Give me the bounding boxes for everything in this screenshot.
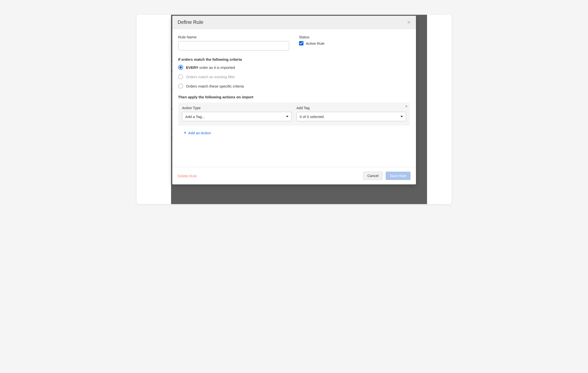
active-rule-row: Active Rule [299, 41, 410, 45]
modal-body: Rule Name Status Active Rule If order [172, 29, 416, 137]
add-action-label: Add an Action [188, 131, 211, 135]
criteria-radio-group: EVERY order as it is imported Orders mat… [178, 65, 410, 89]
modal-wrap: Define Rule × Rule Name Status [137, 15, 452, 204]
modal-header: Define Rule × [172, 16, 416, 29]
page-card: » c e n c r s Define Rule × Rule Name St… [137, 15, 452, 204]
status-label: Status [299, 35, 410, 39]
cancel-button[interactable]: Cancel [363, 172, 382, 180]
active-rule-label: Active Rule [306, 41, 325, 45]
criteria-option-specific[interactable]: Orders match these specific criteria [178, 84, 410, 89]
close-icon[interactable]: × [407, 20, 411, 25]
rule-name-input[interactable] [178, 41, 289, 50]
add-tag-column: Add Tag 0 of 0 selected [297, 106, 406, 121]
chevron-down-icon [400, 116, 403, 117]
active-rule-checkbox[interactable] [299, 41, 303, 45]
modal-footer: Delete Rule Cancel Save Rule [172, 167, 416, 184]
criteria-every-bold: EVERY [186, 65, 198, 70]
delete-rule-link[interactable]: Delete Rule [178, 174, 197, 178]
criteria-every-rest: order as it is imported [198, 65, 235, 70]
radio-icon [178, 74, 183, 79]
radio-label: Orders match an existing filter [186, 75, 235, 79]
rule-name-label: Rule Name [178, 35, 289, 39]
action-card: × Action Type Add a Tag... Add Tag 0 of … [178, 103, 410, 126]
modal-title: Define Rule [178, 19, 204, 25]
action-type-label: Action Type [182, 106, 292, 110]
status-column: Status Active Rule [299, 35, 410, 50]
save-rule-button[interactable]: Save Rule [386, 172, 411, 180]
radio-label: Orders match these specific criteria [186, 84, 244, 88]
radio-icon [178, 65, 183, 70]
criteria-heading: If orders match the following criteria [178, 57, 410, 61]
actions-heading: Then apply the following actions on impo… [178, 95, 410, 99]
radio-label: EVERY order as it is imported [186, 65, 235, 70]
add-tag-label: Add Tag [297, 106, 406, 110]
action-type-column: Action Type Add a Tag... [182, 106, 292, 121]
remove-action-icon[interactable]: × [405, 104, 407, 108]
add-action-button[interactable]: + Add an Action [184, 131, 211, 135]
define-rule-modal: Define Rule × Rule Name Status [172, 16, 416, 184]
check-icon [300, 42, 303, 45]
action-type-value: Add a Tag... [185, 115, 205, 119]
plus-icon: + [184, 131, 186, 135]
chevron-down-icon [286, 116, 288, 117]
add-tag-select[interactable]: 0 of 0 selected [297, 112, 406, 121]
add-tag-value: 0 of 0 selected [300, 115, 324, 119]
footer-buttons: Cancel Save Rule [363, 172, 410, 180]
criteria-option-existing-filter[interactable]: Orders match an existing filter [178, 74, 410, 79]
action-type-select[interactable]: Add a Tag... [182, 112, 292, 121]
radio-icon [178, 84, 183, 89]
top-row: Rule Name Status Active Rule [178, 35, 410, 50]
rule-name-column: Rule Name [178, 35, 289, 50]
criteria-option-every[interactable]: EVERY order as it is imported [178, 65, 410, 70]
